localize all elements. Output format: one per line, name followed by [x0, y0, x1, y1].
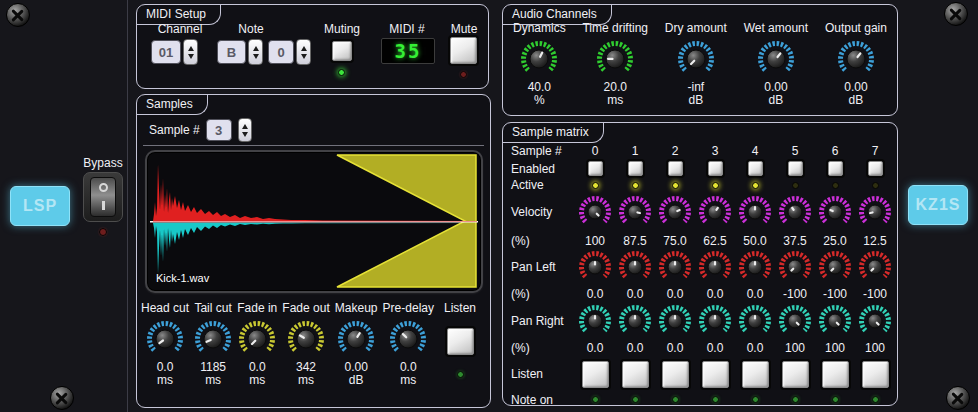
pan-left-value-7: -100	[855, 285, 895, 303]
tail-cut-knob[interactable]	[194, 320, 232, 358]
sample-number-1: 1	[615, 143, 655, 159]
pan-left-knob-6[interactable]	[818, 250, 852, 284]
row-label-enabled: Enabled	[511, 159, 575, 178]
dry-amount-knob[interactable]	[677, 40, 715, 78]
arrow-up-icon	[301, 46, 307, 51]
bypass-label: Bypass	[76, 156, 130, 170]
output-gain-knob[interactable]	[837, 40, 875, 78]
pan-right-knob-3[interactable]	[698, 304, 732, 338]
velocity-knob-2[interactable]	[658, 195, 692, 229]
channel-spinner[interactable]	[183, 39, 198, 65]
velocity-cell-2	[655, 192, 695, 232]
pan-left-cell-4	[735, 249, 775, 285]
pan-right-knob-4[interactable]	[738, 304, 772, 338]
pan-right-cell-1	[615, 303, 655, 339]
pre-delay-unit: ms	[400, 374, 416, 387]
note-value[interactable]: B	[217, 40, 246, 64]
bypass-switch[interactable]	[83, 172, 123, 222]
pan-left-knob-0[interactable]	[578, 250, 612, 284]
velocity-cell-7	[855, 192, 895, 232]
muting-button[interactable]	[332, 41, 352, 61]
pan-right-knob-1[interactable]	[618, 304, 652, 338]
dry-amount-label: Dry amount	[665, 21, 727, 35]
plugin-window: { "colors": { "green": "#30cc30", "blue"…	[0, 0, 978, 412]
makeup-label: Makeup	[335, 301, 378, 315]
enabled-button-6[interactable]	[828, 161, 843, 176]
note-spinner[interactable]	[248, 39, 263, 65]
velocity-knob-6[interactable]	[818, 195, 852, 229]
listen-button-6[interactable]	[822, 361, 849, 388]
time-drifting-group: Time drifting20.0ms	[582, 21, 648, 107]
makeup-knob[interactable]	[337, 320, 375, 358]
row-label-percent: (%)	[511, 232, 575, 249]
fade-in-knob[interactable]	[238, 320, 276, 358]
pan-right-cell-5	[775, 303, 815, 339]
listen-button-0[interactable]	[582, 361, 609, 388]
pan-right-value-0: 0.0	[575, 339, 615, 357]
note-on-cell-3	[695, 391, 735, 408]
velocity-knob-1[interactable]	[618, 195, 652, 229]
pan-right-knob-2[interactable]	[658, 304, 692, 338]
enabled-button-3[interactable]	[708, 161, 723, 176]
row-label-active: Active	[511, 178, 575, 192]
pan-left-knob-3[interactable]	[698, 250, 732, 284]
listen-button-5[interactable]	[782, 361, 809, 388]
pan-left-knob-7[interactable]	[858, 250, 892, 284]
velocity-knob-4[interactable]	[738, 195, 772, 229]
velocity-knob-0[interactable]	[578, 195, 612, 229]
sample-number-spinner[interactable]	[238, 118, 252, 142]
fade-out-unit: ms	[298, 374, 314, 387]
pan-right-knob-7[interactable]	[858, 304, 892, 338]
pan-left-cell-1	[615, 249, 655, 285]
pan-left-cell-0	[575, 249, 615, 285]
enabled-button-0[interactable]	[588, 161, 603, 176]
time-drifting-knob[interactable]	[596, 40, 634, 78]
note-on-led-7	[872, 396, 879, 403]
row-label-listen: Listen	[511, 357, 575, 391]
octave-value[interactable]: 0	[268, 40, 294, 64]
wet-amount-knob[interactable]	[757, 40, 795, 78]
pan-left-value-6: -100	[815, 285, 855, 303]
listen-button-7[interactable]	[862, 361, 889, 388]
row-label-percent: (%)	[511, 285, 575, 303]
row-label-pan-right: Pan Right	[511, 303, 575, 339]
listen-button[interactable]	[447, 328, 474, 355]
listen-button-2[interactable]	[662, 361, 689, 388]
velocity-knob-3[interactable]	[698, 195, 732, 229]
pan-left-knob-1[interactable]	[618, 250, 652, 284]
pan-left-cell-5	[775, 249, 815, 285]
listen-label: Listen	[444, 301, 476, 315]
waveform-display[interactable]: Kick-1.wav	[145, 150, 483, 293]
pan-left-value-0: 0.0	[575, 285, 615, 303]
enabled-button-4[interactable]	[748, 161, 763, 176]
octave-spinner[interactable]	[296, 39, 311, 65]
listen-button-4[interactable]	[742, 361, 769, 388]
mute-button[interactable]	[450, 37, 477, 64]
pan-left-knob-5[interactable]	[778, 250, 812, 284]
pan-left-cell-2	[655, 249, 695, 285]
velocity-knob-7[interactable]	[858, 195, 892, 229]
enabled-button-7[interactable]	[868, 161, 883, 176]
pan-left-knob-4[interactable]	[738, 250, 772, 284]
sample-number-6: 6	[815, 143, 855, 159]
listen-button-1[interactable]	[622, 361, 649, 388]
listen-button-3[interactable]	[702, 361, 729, 388]
channel-value[interactable]: 01	[151, 40, 181, 64]
enabled-button-2[interactable]	[668, 161, 683, 176]
pan-right-knob-6[interactable]	[818, 304, 852, 338]
pan-left-knob-2[interactable]	[658, 250, 692, 284]
dynamics-knob[interactable]	[520, 40, 558, 78]
listen-cell-2	[655, 357, 695, 391]
head-cut-unit: ms	[157, 374, 173, 387]
pan-right-knob-0[interactable]	[578, 304, 612, 338]
pan-right-knob-5[interactable]	[778, 304, 812, 338]
row-label-pan-left: Pan Left	[511, 249, 575, 285]
velocity-knob-5[interactable]	[778, 195, 812, 229]
lsp-logo[interactable]: LSP	[10, 186, 70, 226]
fade-out-knob[interactable]	[287, 320, 325, 358]
pre-delay-knob[interactable]	[389, 320, 427, 358]
head-cut-knob[interactable]	[146, 320, 184, 358]
sample-number-value[interactable]: 3	[206, 119, 232, 141]
enabled-button-1[interactable]	[628, 161, 643, 176]
enabled-button-5[interactable]	[788, 161, 803, 176]
